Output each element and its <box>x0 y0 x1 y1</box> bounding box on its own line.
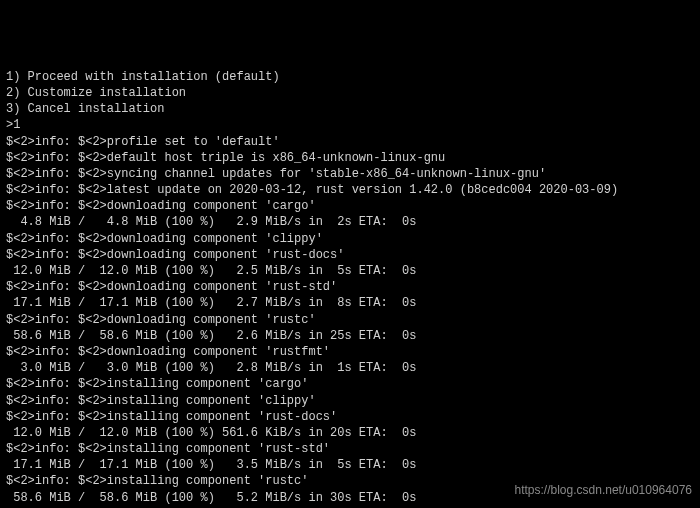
terminal-line: $<2>info: $<2>installing component 'rust… <box>6 409 694 425</box>
terminal-line: 58.6 MiB / 58.6 MiB (100 %) 2.6 MiB/s in… <box>6 328 694 344</box>
terminal-line: $<2>info: $<2>downloading component 'rus… <box>6 312 694 328</box>
terminal-line: $<2>info: $<2>downloading component 'rus… <box>6 344 694 360</box>
terminal-line: 3.0 MiB / 3.0 MiB (100 %) 2.8 MiB/s in 1… <box>6 360 694 376</box>
terminal-line: 1) Proceed with installation (default) <box>6 69 694 85</box>
terminal-output: 1) Proceed with installation (default)2)… <box>6 69 694 508</box>
terminal-line: $<2>info: $<2>installing component 'carg… <box>6 376 694 392</box>
terminal-line: 12.0 MiB / 12.0 MiB (100 %) 2.5 MiB/s in… <box>6 263 694 279</box>
terminal-line: $<2>info: $<2>downloading component 'cli… <box>6 231 694 247</box>
terminal-line: $<2>info: $<2>installing component 'clip… <box>6 393 694 409</box>
terminal-line: $<2>info: $<2>latest update on 2020-03-1… <box>6 182 694 198</box>
terminal-line: 17.1 MiB / 17.1 MiB (100 %) 3.5 MiB/s in… <box>6 457 694 473</box>
terminal-line: $<2>info: $<2>installing component 'rust… <box>6 441 694 457</box>
terminal-line: $<2>info: $<2>downloading component 'rus… <box>6 247 694 263</box>
watermark-text: https://blog.csdn.net/u010964076 <box>515 482 692 498</box>
terminal-line: $<2>info: $<2>profile set to 'default' <box>6 134 694 150</box>
terminal-line: $<2>info: $<2>downloading component 'rus… <box>6 279 694 295</box>
terminal-line: $<2>info: $<2>syncing channel updates fo… <box>6 166 694 182</box>
terminal-line: $<2>info: $<2>default host triple is x86… <box>6 150 694 166</box>
terminal-line: 3) Cancel installation <box>6 101 694 117</box>
terminal-line: 2) Customize installation <box>6 85 694 101</box>
terminal-line: 17.1 MiB / 17.1 MiB (100 %) 2.7 MiB/s in… <box>6 295 694 311</box>
terminal-line: >1 <box>6 117 694 133</box>
terminal-line: 4.8 MiB / 4.8 MiB (100 %) 2.9 MiB/s in 2… <box>6 214 694 230</box>
terminal-line: 12.0 MiB / 12.0 MiB (100 %) 561.6 KiB/s … <box>6 425 694 441</box>
terminal-line: $<2>info: $<2>downloading component 'car… <box>6 198 694 214</box>
